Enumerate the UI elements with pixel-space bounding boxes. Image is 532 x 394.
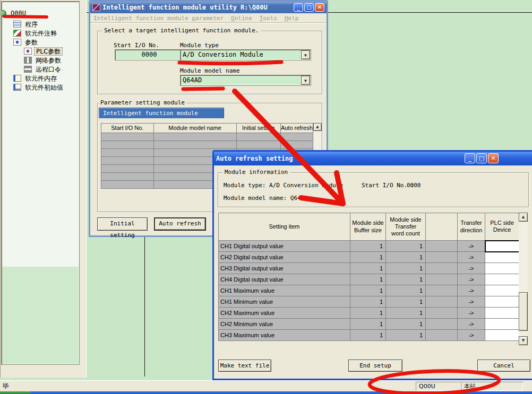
table-cell[interactable]	[101, 173, 154, 181]
plc-side-device-cell[interactable]	[485, 241, 519, 252]
chevron-down-icon[interactable]: ▼	[301, 50, 310, 59]
plc-side-device-cell[interactable]	[485, 263, 519, 274]
tree-item-program[interactable]: 程序	[2, 20, 79, 29]
scroll-up-icon[interactable]: ▲	[313, 123, 322, 131]
module-type-select[interactable]: A/D Conversion Module ▼	[180, 49, 311, 60]
table-row: CH2 Minimum value11 ->	[219, 319, 519, 330]
table-cell[interactable]	[153, 141, 236, 149]
setting-item-cell[interactable]: CH2 Maximum value	[219, 308, 350, 319]
auto-refresh-dialog: Auto refresh setting _ □ ✕ Module inform…	[212, 150, 532, 380]
setting-item-cell[interactable]: CH1 Maximum value	[219, 285, 350, 296]
plc-side-device-cell[interactable]	[485, 285, 519, 296]
setting-item-cell[interactable]: CH1 Digital output value	[219, 241, 350, 252]
plc-parameter-icon	[24, 48, 32, 55]
project-tree-panel: Q00U 程序软元件注释参数PLC参数网络参数远程口令软元件内存软元件初始值	[0, 0, 87, 378]
close-icon[interactable]: ✕	[488, 153, 499, 163]
module-information-label: Module information	[222, 169, 290, 176]
table-cell[interactable]	[101, 141, 154, 149]
main-window-titlebar[interactable]: Intelligent function module utility R:\Q…	[90, 2, 327, 13]
start-button-edge[interactable]	[0, 391, 30, 394]
table-cell[interactable]	[236, 141, 280, 149]
setting-item-cell[interactable]: CH3 Digital output value	[219, 263, 350, 274]
transfer-direction-cell: ->	[458, 285, 485, 296]
tree-item-remote-password[interactable]: 远程口令	[2, 65, 79, 74]
chevron-down-icon[interactable]: ▼	[301, 76, 310, 85]
auto-refresh-button[interactable]: Auto refresh	[154, 217, 206, 231]
auto-refresh-table: Setting itemModule side Buffer sizeModul…	[218, 213, 528, 345]
module-type-text: Module type: A/D Conversion Module	[224, 182, 343, 189]
buffer-size-cell: 1	[350, 263, 386, 274]
plc-side-device-cell[interactable]	[485, 308, 519, 319]
buffer-size-cell: 1	[350, 274, 386, 285]
tab-intelligent-function-module-parameter[interactable]: Intelligent function module parameter	[99, 108, 224, 118]
blank-cell	[426, 296, 458, 308]
device-initial-value-icon	[13, 84, 21, 91]
plc-side-device-cell[interactable]	[485, 252, 519, 263]
setting-item-cell[interactable]: CH2 Minimum value	[219, 319, 350, 330]
minimize-icon[interactable]: _	[294, 3, 303, 12]
tree-empty-area	[2, 267, 79, 364]
table-cell[interactable]	[236, 133, 280, 141]
menu-online[interactable]: Online	[231, 15, 252, 22]
setting-item-cell[interactable]: CH4 Digital output value	[219, 274, 350, 285]
cancel-button[interactable]: Cancel	[477, 360, 530, 372]
taskbar-strip[interactable]	[0, 391, 532, 394]
module-model-text: Module model name: Q64AD	[224, 195, 308, 202]
initial-setting-button[interactable]: Initial setting	[97, 217, 148, 231]
table-cell[interactable]	[101, 133, 154, 141]
mdi-window-edge-line	[144, 237, 145, 377]
buffer-size-cell: 1	[350, 241, 386, 252]
plc-side-device-cell[interactable]	[485, 319, 519, 330]
blank-cell	[426, 274, 458, 285]
setting-item-cell[interactable]: CH3 Maximum value	[219, 330, 350, 341]
module-model-select[interactable]: Q64AD ▼	[180, 75, 311, 86]
scroll-up-icon[interactable]: ▲	[519, 213, 528, 222]
tree-item-device-initial-value[interactable]: 软元件初始值	[2, 83, 79, 92]
menu-parameter[interactable]: Intelligent function module parameter	[93, 15, 224, 22]
table-cell[interactable]	[101, 165, 154, 173]
table-cell[interactable]	[101, 181, 154, 189]
scroll-down-icon[interactable]: ▼	[519, 336, 528, 345]
dialog-titlebar[interactable]: Auto refresh setting _ □ ✕	[214, 152, 532, 165]
setting-item-cell[interactable]: CH2 Digital output value	[219, 252, 350, 263]
word-count-cell: 1	[386, 263, 426, 274]
make-text-file-button[interactable]: Make text file	[218, 360, 271, 372]
table-row: CH1 Digital output value11 ->	[219, 241, 519, 252]
tree-item-network-parameter[interactable]: 网络参数	[2, 56, 79, 65]
tree-item-device-memory[interactable]: 软元件内存	[2, 74, 79, 83]
close-icon[interactable]: ✕	[315, 3, 324, 12]
tree-item-project-root[interactable]: Q00U	[2, 7, 79, 20]
plc-side-device-cell[interactable]	[485, 330, 519, 341]
menu-tools[interactable]: Tools	[260, 15, 277, 22]
scrollbar-thumb[interactable]	[519, 292, 528, 331]
column-header: Transfer direction	[458, 213, 485, 241]
tree-item-device-comment[interactable]: 软元件注释	[2, 29, 79, 38]
module-type-label: Module type	[180, 42, 219, 49]
table-row	[101, 133, 313, 141]
table-cell[interactable]	[153, 133, 236, 141]
project-tree: Q00U 程序软元件注释参数PLC参数网络参数远程口令软元件内存软元件初始值	[1, 1, 80, 365]
plc-side-device-cell[interactable]	[485, 274, 519, 285]
table-cell[interactable]	[280, 133, 313, 141]
start-io-input[interactable]: 0000	[115, 49, 184, 60]
word-count-cell: 1	[386, 285, 426, 296]
transfer-direction-cell: ->	[458, 308, 485, 319]
minimize-icon[interactable]: _	[465, 153, 475, 163]
app-icon	[92, 4, 100, 11]
table-cell[interactable]	[280, 141, 313, 149]
tree-item-parameter[interactable]: 参数	[2, 38, 79, 47]
menu-help[interactable]: Help	[285, 15, 299, 22]
maximize-icon[interactable]: □	[304, 3, 314, 12]
maximize-icon[interactable]: □	[476, 153, 487, 163]
menu-bar: Intelligent function module parameterOnl…	[90, 13, 327, 23]
tree-item-list: Q00U 程序软元件注释参数PLC参数网络参数远程口令软元件内存软元件初始值	[2, 7, 79, 92]
tree-item-plc-parameter[interactable]: PLC参数	[2, 47, 79, 56]
table-row: CH2 Digital output value11 ->	[219, 252, 519, 263]
table-cell[interactable]	[101, 157, 154, 165]
project-root-icon	[1, 10, 6, 17]
setting-item-cell[interactable]: CH1 Minimum value	[219, 296, 350, 308]
word-count-cell: 1	[386, 319, 426, 330]
end-setup-button[interactable]: End setup	[348, 360, 402, 372]
plc-side-device-cell[interactable]	[485, 296, 519, 308]
table-cell[interactable]	[101, 149, 154, 157]
